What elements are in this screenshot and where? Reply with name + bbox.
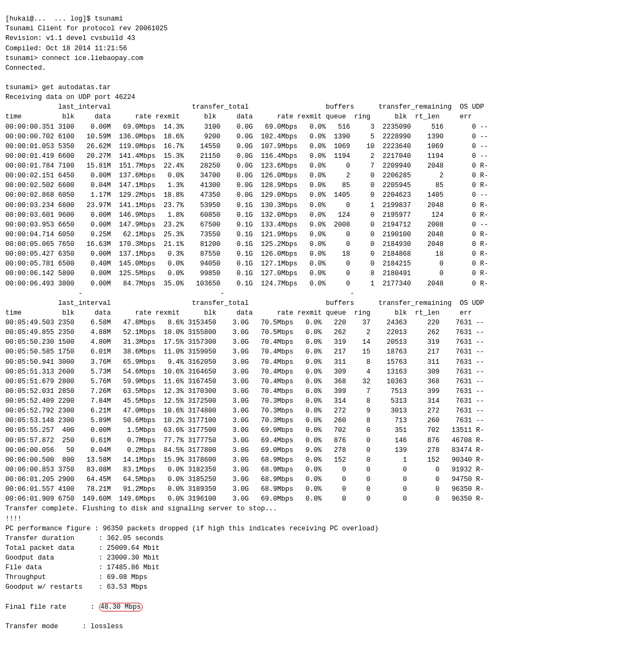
final-file-rate-value: 48.30 Mbps <box>99 603 143 611</box>
transfer-mode-label: Transfer mode <box>5 623 58 630</box>
terminal-content: [hukai@... ... log]$ tsunami Tsunami Cli… <box>5 15 488 591</box>
transfer-mode-value: lossless <box>91 623 123 630</box>
terminal-window: [hukai@... ... log]$ tsunami Tsunami Cli… <box>5 4 639 652</box>
transfer-mode-line: Transfer mode : lossless <box>5 623 123 630</box>
final-file-rate-label: Final file rate <box>5 603 67 611</box>
final-file-rate-line: Final file rate : 48.30 Mbps <box>5 603 143 611</box>
